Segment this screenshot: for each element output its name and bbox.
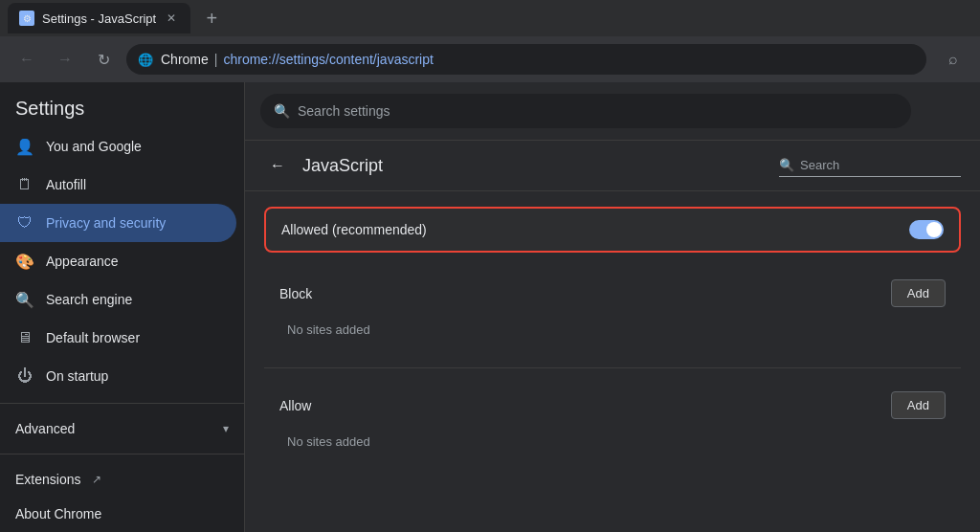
block-section: Block Add No sites added xyxy=(264,268,961,356)
forward-nav-button[interactable]: → xyxy=(50,44,80,75)
chevron-down-icon: ▾ xyxy=(223,422,229,435)
back-nav-button[interactable]: ← xyxy=(11,44,42,75)
sidebar-label-you-and-google: You and Google xyxy=(46,139,142,154)
sidebar-item-default-browser[interactable]: 🖥 Default browser xyxy=(0,319,236,357)
title-bar: ⚙ Settings - JavaScript ✕ + xyxy=(0,0,980,36)
sidebar-label-search-engine: Search engine xyxy=(46,292,132,307)
new-tab-button[interactable]: + xyxy=(198,5,225,32)
block-no-sites: No sites added xyxy=(279,315,946,344)
browser-icon: 🖥 xyxy=(15,328,34,347)
omnibox-separator: | xyxy=(214,52,218,67)
sidebar-item-you-and-google[interactable]: 👤 You and Google xyxy=(0,127,236,166)
allow-add-button[interactable]: Add xyxy=(891,391,946,419)
sidebar-about-chrome[interactable]: About Chrome xyxy=(0,497,236,531)
chrome-search-button[interactable]: ⌕ xyxy=(938,44,969,75)
settings-search-input[interactable] xyxy=(298,103,898,119)
advanced-label: Advanced xyxy=(15,421,215,436)
power-icon: ⏻ xyxy=(15,366,34,386)
browser-tab[interactable]: ⚙ Settings - JavaScript ✕ xyxy=(8,3,190,33)
allow-label: Allow xyxy=(279,398,311,413)
section-divider xyxy=(264,367,961,368)
about-chrome-label: About Chrome xyxy=(15,506,101,521)
appearance-icon: 🎨 xyxy=(15,252,34,271)
allow-no-sites: No sites added xyxy=(279,427,946,456)
omnibox[interactable]: 🌐 Chrome | chrome://settings/content/jav… xyxy=(126,44,926,75)
main-layout: Settings 👤 You and Google 🗒 Autofill 🛡 P… xyxy=(0,82,980,532)
sidebar-label-default-browser: Default browser xyxy=(46,330,140,345)
autofill-icon: 🗒 xyxy=(15,175,34,194)
sidebar-item-search-engine[interactable]: 🔍 Search engine xyxy=(0,280,236,319)
content-area: 🔍 ← JavaScript 🔍 Allowed (recommended) B… xyxy=(245,82,980,532)
js-search-input[interactable] xyxy=(800,158,961,172)
sidebar: Settings 👤 You and Google 🗒 Autofill 🛡 P… xyxy=(0,82,245,532)
sidebar-label-autofill: Autofill xyxy=(46,177,86,192)
allowed-label: Allowed (recommended) xyxy=(281,222,427,237)
allow-section-header: Allow Add xyxy=(279,391,946,419)
toggle-knob xyxy=(926,222,942,237)
allowed-toggle[interactable] xyxy=(909,220,944,239)
omnibox-security-icon: 🌐 xyxy=(138,53,153,67)
js-search-icon: 🔍 xyxy=(779,158,794,172)
sidebar-label-privacy: Privacy and security xyxy=(46,215,166,231)
tab-close-button[interactable]: ✕ xyxy=(164,11,179,26)
settings-title: Settings xyxy=(0,82,244,127)
address-bar: ← → ↻ 🌐 Chrome | chrome://settings/conte… xyxy=(0,36,980,82)
block-label: Block xyxy=(279,286,312,301)
allow-section: Allow Add No sites added xyxy=(264,380,961,468)
sidebar-item-privacy[interactable]: 🛡 Privacy and security xyxy=(0,204,236,242)
settings-search-box[interactable]: 🔍 xyxy=(260,94,911,128)
js-page-title: JavaScript xyxy=(302,156,768,176)
reload-button[interactable]: ↻ xyxy=(88,44,119,75)
sidebar-extensions[interactable]: Extensions ↗ xyxy=(0,462,244,497)
tab-title: Settings - JavaScript xyxy=(42,11,156,26)
sidebar-item-on-startup[interactable]: ⏻ On startup xyxy=(0,357,236,395)
settings-search-bar: 🔍 xyxy=(245,82,980,141)
tab-favicon: ⚙ xyxy=(19,11,34,26)
sidebar-advanced-section[interactable]: Advanced ▾ xyxy=(0,411,244,446)
sidebar-item-appearance[interactable]: 🎨 Appearance xyxy=(0,242,236,280)
shield-icon: 🛡 xyxy=(15,213,34,233)
person-icon: 👤 xyxy=(15,137,34,156)
omnibox-path: chrome://settings/content/javascript xyxy=(223,52,433,67)
omnibox-origin: Chrome xyxy=(161,52,209,67)
search-icon: 🔍 xyxy=(15,290,34,309)
sidebar-item-autofill[interactable]: 🗒 Autofill xyxy=(0,166,236,204)
extensions-label: Extensions xyxy=(15,472,80,487)
sidebar-label-on-startup: On startup xyxy=(46,368,108,384)
sidebar-divider-2 xyxy=(0,454,244,454)
block-add-button[interactable]: Add xyxy=(891,279,946,307)
js-search-box[interactable]: 🔍 xyxy=(779,154,961,177)
block-section-header: Block Add xyxy=(279,279,946,307)
external-link-icon: ↗ xyxy=(92,473,101,486)
allowed-row: Allowed (recommended) xyxy=(264,207,961,253)
omnibox-url: Chrome | chrome://settings/content/javas… xyxy=(161,52,434,67)
js-page-header: ← JavaScript 🔍 xyxy=(245,141,980,191)
sidebar-divider xyxy=(0,403,244,404)
settings-search-icon: 🔍 xyxy=(274,103,290,119)
sidebar-label-appearance: Appearance xyxy=(46,254,119,269)
back-button[interactable]: ← xyxy=(264,152,291,179)
